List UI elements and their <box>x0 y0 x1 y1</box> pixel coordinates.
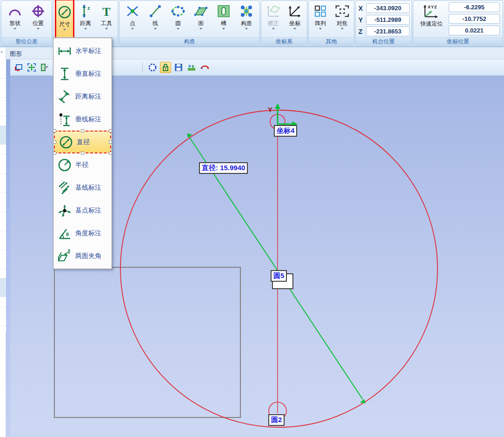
focus-frame-icon <box>334 3 350 19</box>
position-crosshair-icon <box>30 3 46 19</box>
position-tolerance-button[interactable]: 位置 <box>28 1 48 30</box>
baseline-dimension-icon <box>57 180 73 196</box>
circle2-label[interactable]: 圆2 <box>268 414 285 426</box>
diameter-result-label[interactable]: 直径: 15.9940 <box>199 162 248 174</box>
menu-item-horizontal-dimension[interactable]: 水平标注 <box>53 40 112 62</box>
export-view-button[interactable] <box>39 62 50 73</box>
menu-item-perpendicular-dimension[interactable]: 垂线标注 <box>53 108 112 131</box>
array-grid-icon <box>312 3 328 19</box>
save-button[interactable] <box>173 62 184 73</box>
dropdown-caret-icon <box>177 28 179 30</box>
dropdown-caret-icon <box>63 29 66 31</box>
arc-shape-icon <box>7 3 23 19</box>
machine-y-value: -511.2989 <box>366 15 410 25</box>
axis-x-label: X <box>358 5 366 12</box>
shape-tolerance-button[interactable]: 形状 <box>5 1 25 30</box>
coord4-label[interactable]: 坐标4 <box>274 125 297 137</box>
menu-item-diameter[interactable]: 直径 <box>54 131 111 153</box>
dropdown-caret-icon <box>341 28 344 30</box>
fit-view-button[interactable] <box>13 62 24 73</box>
dropdown-caret-icon <box>245 28 248 30</box>
line-icon <box>147 3 163 19</box>
group-label: 形位公差 <box>1 37 52 45</box>
slot-icon <box>216 3 232 19</box>
point-icon <box>125 3 140 19</box>
line-button[interactable]: 线 <box>146 1 165 30</box>
menu-item-basepoint-dimension[interactable]: 基点标注 <box>53 199 112 222</box>
tools-button[interactable]: T 工具 <box>97 1 116 30</box>
distance-button[interactable]: z 距离 <box>76 1 95 30</box>
menu-item-dihedral-angle[interactable]: θ 两面夹角 <box>53 245 112 267</box>
coord-z-value: 0.0221 <box>449 26 500 35</box>
menu-item-vertical-dimension[interactable]: 垂直标注 <box>53 62 112 85</box>
left-panel-highlight-row <box>0 278 6 297</box>
axis-z-label: Z <box>358 28 366 35</box>
align-button: 摆正 <box>264 1 283 30</box>
left-panel-highlight-row <box>0 126 6 145</box>
rotate-view-button[interactable] <box>199 62 210 73</box>
group-coordinate-position: XYZ 快速定位 -6.2295 -10.7752 0.0221 坐标位置 <box>413 0 503 46</box>
lock-view-button[interactable] <box>160 62 171 73</box>
machine-y-row: Y -511.2989 <box>358 14 410 26</box>
group-machine-position: X -343.0920 Y -511.2989 Z -231.8653 机台位置 <box>355 0 412 46</box>
toolbar-separator <box>142 63 143 72</box>
machine-x-value: -343.0920 <box>366 3 410 13</box>
circle-button[interactable]: 圆 <box>168 1 188 30</box>
coordinate-button[interactable]: 坐标 <box>285 1 305 30</box>
group-construct: 点 线 圆 <box>119 0 260 46</box>
group-label: 坐标系 <box>261 37 307 45</box>
svg-text:z: z <box>87 5 90 11</box>
diameter-icon <box>58 134 74 150</box>
panel-splitter[interactable] <box>6 60 10 437</box>
zoom-extents-button[interactable] <box>26 62 37 73</box>
menu-item-distance-dimension[interactable]: 距离标注 <box>53 85 112 108</box>
basepoint-dimension-icon <box>57 203 73 218</box>
group-coordinate-system: 摆正 坐标 坐标系 <box>261 0 307 46</box>
construct-button[interactable]: 构造 <box>237 1 256 30</box>
dropdown-caret-icon <box>222 28 225 30</box>
perpendicular-dimension-icon <box>57 112 73 127</box>
dropdown-caret-icon <box>84 28 87 30</box>
dropdown-caret-icon <box>293 28 296 30</box>
point-button[interactable]: 点 <box>123 1 142 30</box>
group-label: 坐标位置 <box>413 37 503 45</box>
probe-circle-button[interactable] <box>147 62 158 73</box>
group-label: 机台位置 <box>356 37 411 45</box>
machine-z-value: -231.8653 <box>366 26 410 36</box>
cmm-application-window: 形状 位置 形位公差 尺寸 <box>0 0 504 437</box>
group-form-position-tolerance: 形状 位置 形位公差 <box>1 0 52 46</box>
coord-x-value: -6.2295 <box>449 2 500 12</box>
distance-dimension-icon <box>57 89 73 105</box>
close-icon[interactable]: × <box>0 50 3 54</box>
dropdown-caret-icon <box>319 28 322 30</box>
slot-button[interactable]: 槽 <box>214 1 233 30</box>
selection-handle <box>53 129 56 132</box>
group-other: 阵列 对焦 其他 <box>308 0 354 46</box>
angle-dimension-icon: θ <box>57 225 73 241</box>
align-plane-icon <box>265 3 281 19</box>
menu-item-angle-dimension[interactable]: θ 角度标注 <box>53 222 112 245</box>
svg-text:θ: θ <box>66 232 69 237</box>
tools-t-icon: T <box>99 3 114 19</box>
scene-view-button[interactable] <box>186 62 197 73</box>
quick-position-xyz-icon: XYZ <box>420 3 443 20</box>
menu-item-baseline-dimension[interactable]: 基线标注 <box>53 176 112 199</box>
svg-text:T: T <box>102 5 110 19</box>
array-button[interactable]: 阵列 <box>311 1 330 30</box>
dropdown-caret-icon <box>37 28 40 30</box>
diameter-dimension-icon <box>57 4 73 20</box>
svg-text:θ: θ <box>68 249 70 253</box>
group-label: 构造 <box>119 37 259 45</box>
circle5-label[interactable]: 圆5 <box>271 270 287 282</box>
tab-graphics[interactable]: 图形 <box>10 50 22 58</box>
plane-button[interactable]: 面 <box>191 1 211 30</box>
menu-item-radius[interactable]: 半径 <box>53 153 112 176</box>
quick-position-button[interactable]: XYZ 快速定位 <box>415 3 448 28</box>
dropdown-caret-icon <box>199 28 202 30</box>
dropdown-caret-icon <box>131 28 134 30</box>
selection-handle <box>109 140 112 144</box>
dihedral-angle-icon: θ <box>57 248 73 264</box>
dropdown-caret-icon <box>13 28 16 30</box>
selection-handle <box>53 152 56 155</box>
focus-button[interactable]: 对焦 <box>332 1 352 30</box>
